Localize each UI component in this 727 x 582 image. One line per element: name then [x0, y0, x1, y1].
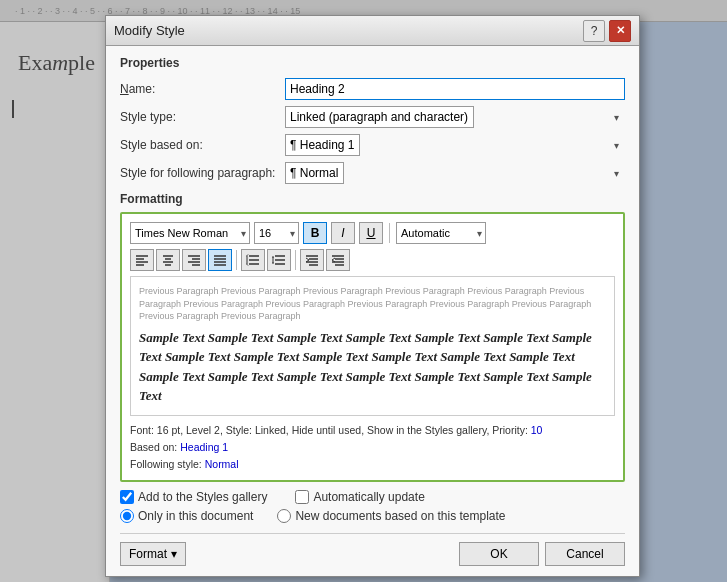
style-info-line1: Font: 16 pt, Level 2, Style: Linked, Hid…	[130, 422, 615, 439]
add-to-gallery-text: Add to the Styles gallery	[138, 490, 267, 504]
style-info: Font: 16 pt, Level 2, Style: Linked, Hid…	[130, 422, 615, 472]
preview-previous-paragraph: Previous Paragraph Previous Paragraph Pr…	[139, 285, 606, 323]
name-input[interactable]	[285, 78, 625, 100]
font-color-select[interactable]: Automatic Black Red Blue	[396, 222, 486, 244]
line-spacing-decrease-button[interactable]	[267, 249, 291, 271]
only-this-doc-text: Only in this document	[138, 509, 253, 523]
new-docs-text: New documents based on this template	[295, 509, 505, 523]
font-toolbar-row: Times New Roman Arial Calibri 16 8 10 12…	[130, 222, 615, 244]
following-style-link: Normal	[205, 458, 239, 470]
style-following-label: Style for following paragraph:	[120, 166, 285, 180]
style-info-line2: Based on: Heading 1	[130, 439, 615, 456]
new-docs-radio[interactable]	[277, 509, 291, 523]
ok-cancel-group: OK Cancel	[459, 542, 625, 566]
font-select[interactable]: Times New Roman Arial Calibri	[130, 222, 250, 244]
name-label: Name:	[120, 82, 285, 96]
italic-button[interactable]: I	[331, 222, 355, 244]
options-row-2: Only in this document New documents base…	[120, 509, 625, 523]
style-type-row: Style type: Linked (paragraph and charac…	[120, 106, 625, 128]
toolbar-separator-2	[236, 250, 237, 270]
bold-button[interactable]: B	[303, 222, 327, 244]
auto-update-checkbox[interactable]	[295, 490, 309, 504]
underline-button[interactable]: U	[359, 222, 383, 244]
based-on-link: Heading 1	[180, 441, 228, 453]
style-based-select[interactable]: ¶ Heading 1	[285, 134, 360, 156]
style-info-line3: Following style: Normal	[130, 456, 615, 473]
cancel-button[interactable]: Cancel	[545, 542, 625, 566]
help-button[interactable]: ?	[583, 20, 605, 42]
size-select-wrapper: 16 8 10 12 14 18 24	[254, 222, 299, 244]
dialog-title: Modify Style	[114, 23, 185, 38]
line-spacing-button[interactable]	[241, 249, 265, 271]
options-section: Add to the Styles gallery Automatically …	[120, 490, 625, 523]
priority-value: 10	[531, 424, 543, 436]
formatting-section: Formatting Times New Roman Arial Calibri	[120, 192, 625, 566]
toolbar-separator-1	[389, 223, 390, 243]
add-to-gallery-checkbox[interactable]	[120, 490, 134, 504]
modify-style-dialog: Modify Style ? ✕ Properties Name: Style …	[105, 15, 640, 577]
formatting-controls-border: Times New Roman Arial Calibri 16 8 10 12…	[120, 212, 625, 482]
align-left-button[interactable]	[130, 249, 154, 271]
style-based-select-wrapper: ¶ Heading 1	[285, 134, 625, 156]
alignment-toolbar-row	[130, 249, 615, 271]
only-this-doc-radio[interactable]	[120, 509, 134, 523]
format-dropdown-button[interactable]: Format ▾	[120, 542, 186, 566]
align-justify-button[interactable]	[208, 249, 232, 271]
titlebar-buttons: ? ✕	[583, 20, 631, 42]
format-button-label: Format	[129, 547, 167, 561]
style-following-select-wrapper: ¶ Normal	[285, 162, 625, 184]
options-row-1: Add to the Styles gallery Automatically …	[120, 490, 625, 504]
preview-sample-text: Sample Text Sample Text Sample Text Samp…	[139, 328, 606, 406]
font-select-wrapper: Times New Roman Arial Calibri	[130, 222, 250, 244]
bottom-buttons: Format ▾ OK Cancel	[120, 533, 625, 566]
align-right-button[interactable]	[182, 249, 206, 271]
style-following-row: Style for following paragraph: ¶ Normal	[120, 162, 625, 184]
style-type-select[interactable]: Linked (paragraph and character)	[285, 106, 474, 128]
name-row: Name:	[120, 78, 625, 100]
align-center-button[interactable]	[156, 249, 180, 271]
style-type-label: Style type:	[120, 110, 285, 124]
auto-update-text: Automatically update	[313, 490, 424, 504]
style-type-select-wrapper: Linked (paragraph and character)	[285, 106, 625, 128]
add-to-gallery-label[interactable]: Add to the Styles gallery	[120, 490, 267, 504]
formatting-label: Formatting	[120, 192, 625, 206]
auto-update-label[interactable]: Automatically update	[295, 490, 424, 504]
properties-section-label: Properties	[120, 56, 625, 70]
indent-increase-button[interactable]	[300, 249, 324, 271]
style-based-row: Style based on: ¶ Heading 1	[120, 134, 625, 156]
size-select[interactable]: 16 8 10 12 14 18 24	[254, 222, 299, 244]
style-based-label: Style based on:	[120, 138, 285, 152]
color-select-wrapper: Automatic Black Red Blue	[396, 222, 486, 244]
new-docs-label[interactable]: New documents based on this template	[277, 509, 505, 523]
format-dropdown-arrow: ▾	[171, 547, 177, 561]
dialog-titlebar: Modify Style ? ✕	[106, 16, 639, 46]
close-button[interactable]: ✕	[609, 20, 631, 42]
ok-button[interactable]: OK	[459, 542, 539, 566]
indent-decrease-button[interactable]	[326, 249, 350, 271]
only-this-doc-label[interactable]: Only in this document	[120, 509, 253, 523]
style-following-select[interactable]: ¶ Normal	[285, 162, 344, 184]
dialog-content: Properties Name: Style type: Linked (par…	[106, 46, 639, 576]
toolbar-separator-3	[295, 250, 296, 270]
style-preview-box: Previous Paragraph Previous Paragraph Pr…	[130, 276, 615, 416]
